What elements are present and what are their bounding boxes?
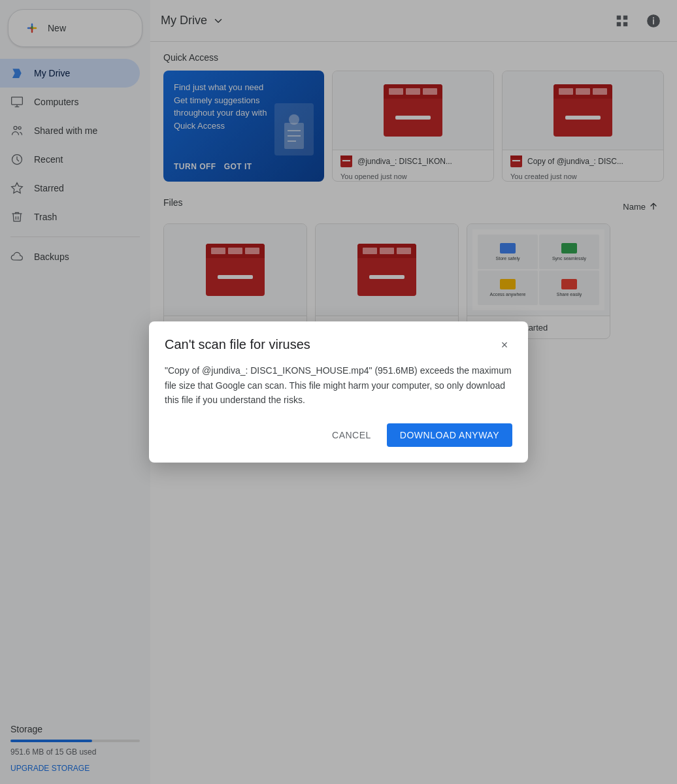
dialog-header: Can't scan file for viruses ×	[165, 337, 512, 353]
dialog-title: Can't scan file for viruses	[165, 337, 310, 352]
close-icon: ×	[501, 338, 508, 352]
dialog-overlay: Can't scan file for viruses × "Copy of @…	[0, 0, 677, 784]
dialog-body: "Copy of @jundiva_: DISC1_IKONS_HOUSE.mp…	[165, 363, 512, 407]
cancel-button[interactable]: CANCEL	[322, 423, 382, 447]
dialog-close-button[interactable]: ×	[497, 337, 512, 353]
download-anyway-button[interactable]: DOWNLOAD ANYWAY	[387, 423, 512, 447]
dialog-actions: CANCEL DOWNLOAD ANYWAY	[165, 423, 512, 447]
virus-scan-dialog: Can't scan file for viruses × "Copy of @…	[149, 321, 528, 462]
